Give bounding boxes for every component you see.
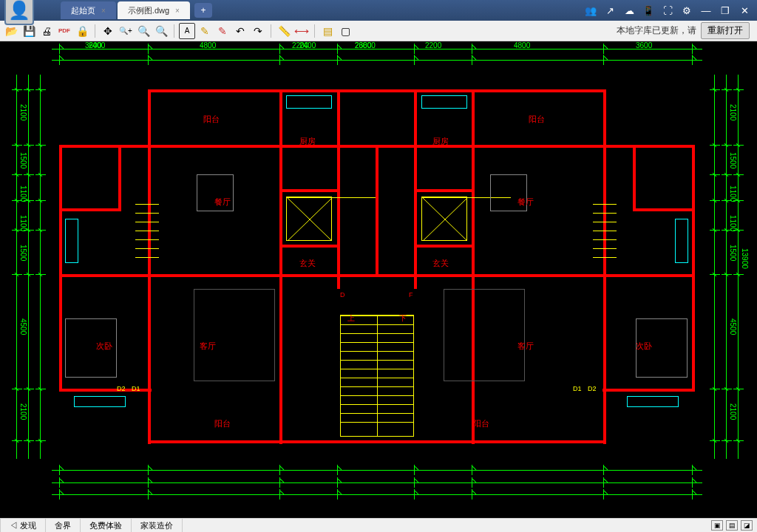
room-label-living: 客厅 [200, 341, 216, 352]
tab-file[interactable]: 示例图.dwg× [118, 1, 190, 19]
highlight-button[interactable]: ✎ [214, 23, 231, 39]
marker-d2: D2 [588, 385, 597, 392]
pan-button[interactable]: ✥ [100, 23, 116, 39]
svg-line-2 [422, 197, 466, 240]
zoom-extents-button[interactable]: 🔍 [153, 23, 169, 39]
room-label-entrance: 玄关 [299, 258, 316, 269]
bottom-tab-decor[interactable]: 家装造价 [132, 519, 183, 533]
measure-button[interactable]: 📏 [276, 23, 292, 39]
dim-label: 4800 [200, 41, 216, 50]
dim-label: 2100 [19, 104, 27, 120]
text-button[interactable]: A [179, 23, 195, 39]
marker-d2: D2 [117, 385, 126, 392]
sofa [194, 289, 275, 381]
redo-button[interactable]: ↷ [250, 23, 266, 39]
bathroom-fixture [675, 219, 688, 263]
main-toolbar: 📂 💾 🖨 PDF 🔒 ✥ 🔍+ 🔍 🔍 A ✎ ✎ ↶ ↷ 📏 ⟷ ▤ ▢ 本… [0, 21, 757, 41]
dim-label: 4800 [514, 41, 530, 50]
side-stair [135, 204, 159, 270]
room-label-dining: 餐厅 [214, 197, 231, 208]
room-label-bedroom: 次卧 [96, 341, 112, 352]
minimize-icon[interactable]: — [699, 4, 713, 17]
room-label-kitchen: 厨房 [299, 136, 316, 147]
svg-line-0 [287, 197, 331, 240]
dim-label: 23800 [355, 41, 376, 50]
balcony-rail [74, 396, 126, 407]
measure2-button[interactable]: ⟷ [293, 23, 310, 39]
share-icon[interactable]: ↗ [603, 4, 617, 17]
balcony-rail [627, 396, 679, 407]
room-label-balcony: 阳台 [214, 418, 231, 429]
mobile-icon[interactable]: 📱 [642, 4, 655, 17]
stair-up-label: 上 [347, 313, 355, 324]
lock-button[interactable]: 🔒 [74, 23, 90, 39]
elevator-shaft [421, 197, 467, 241]
dim-label: 1500 [729, 152, 737, 168]
dim-label: 1500 [729, 245, 737, 261]
dim-label: 3600 [636, 41, 652, 50]
sofa [444, 289, 525, 381]
dim-label: 4500 [19, 318, 27, 335]
dim-label: 2100 [729, 104, 737, 120]
view-mode-icon[interactable]: ▣ [711, 520, 723, 531]
user-avatar[interactable]: 👤 [4, 0, 34, 25]
elevator-shaft [286, 197, 332, 241]
marker-d: D [340, 291, 345, 299]
drawing-canvas[interactable]: 2400 2400 3600 4800 2200 2600 2200 4800 … [0, 41, 757, 518]
undo-button[interactable]: ↶ [232, 23, 248, 39]
room-label-entrance: 玄关 [432, 258, 449, 269]
room-label-living: 客厅 [517, 341, 534, 352]
settings-icon[interactable]: ⚙ [680, 4, 693, 17]
dim-label: 2200 [425, 41, 441, 50]
bottom-tab-world[interactable]: 舍界 [46, 519, 81, 533]
bottom-tab-trial[interactable]: 免费体验 [81, 519, 132, 533]
zoom-in-button[interactable]: 🔍+ [118, 23, 134, 39]
room-label-balcony: 阳台 [203, 114, 220, 125]
view-mode-icon[interactable]: ◪ [741, 520, 753, 531]
dim-label: 4500 [729, 318, 737, 335]
room-label-kitchen: 厨房 [432, 136, 449, 147]
sheet-button[interactable]: ▢ [337, 23, 353, 39]
bottom-tab-discover[interactable]: ◁ 发现 [0, 519, 46, 533]
room-label-bedroom: 次卧 [636, 341, 652, 352]
dim-label: 13900 [741, 248, 749, 269]
layers-button[interactable]: ▤ [319, 23, 336, 39]
marker-f: F [409, 291, 413, 299]
tab-start[interactable]: 起始页× [61, 1, 116, 19]
maximize-icon[interactable]: ❐ [719, 4, 732, 17]
side-stair [593, 204, 617, 270]
pdf-button[interactable]: PDF [56, 23, 72, 39]
pencil-button[interactable]: ✎ [197, 23, 213, 39]
view-mode-icon[interactable]: ▤ [726, 520, 738, 531]
kitchen-counter [421, 95, 467, 109]
print-button[interactable]: 🖨 [38, 23, 55, 39]
close-window-icon[interactable]: ✕ [738, 4, 751, 17]
zoom-out-button[interactable]: 🔍 [135, 23, 152, 39]
close-icon[interactable]: × [101, 7, 106, 15]
close-icon[interactable]: × [175, 7, 180, 15]
room-label-dining: 餐厅 [517, 197, 534, 208]
marker-d1: D1 [132, 385, 140, 392]
room-label-balcony: 阳台 [529, 114, 545, 125]
reopen-button[interactable]: 重新打开 [701, 22, 750, 39]
dim-label: 1500 [19, 152, 27, 168]
dim-label: 2100 [729, 403, 737, 420]
fullscreen-icon[interactable]: ⛶ [661, 4, 674, 17]
room-label-balcony: 阳台 [473, 418, 489, 429]
notice-text: 本地字库已更新，请 [617, 24, 699, 37]
staircase [340, 315, 414, 437]
stair-down-label: 下 [399, 313, 407, 324]
cloud-icon[interactable]: ☁ [622, 4, 636, 17]
bathroom-fixture [65, 219, 78, 263]
dim-label: 1500 [19, 245, 27, 261]
marker-d1: D1 [573, 385, 582, 392]
share-users-icon[interactable]: 👥 [584, 4, 597, 17]
dim-label: 2100 [19, 403, 27, 420]
tab-add-button[interactable]: + [194, 3, 212, 18]
dim-label: 3600 [85, 41, 101, 50]
dim-label: 2200 [292, 41, 308, 50]
kitchen-counter [286, 95, 332, 109]
